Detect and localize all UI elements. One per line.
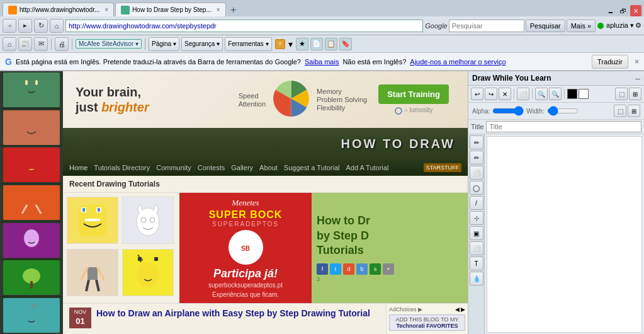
toolbar-mail[interactable]: ✉ [34, 37, 48, 51]
thumb-character2[interactable] [0, 222, 63, 260]
nav-gallery[interactable]: Gallery [231, 164, 253, 171]
reload-button[interactable]: ↻ [34, 19, 48, 33]
nav-community[interactable]: Community [156, 164, 191, 171]
back-button[interactable]: ◂ [3, 19, 16, 33]
toolbar-feeds[interactable]: 📰 [18, 37, 32, 51]
thumb-adventure-time[interactable] [0, 71, 63, 109]
tool-fill[interactable]: ▣ [470, 226, 483, 240]
rp-extra-btn-2[interactable]: ⊞ [629, 88, 641, 100]
pagina-menu[interactable]: Página ▾ [149, 37, 179, 51]
restore-button[interactable]: 🗗 [618, 5, 629, 16]
rp-redo-button[interactable]: ↪ [485, 88, 497, 100]
help-improve-link[interactable]: Ajude-nos a melhorar o serviço [410, 58, 506, 66]
tutorial-thumb-creature[interactable] [122, 197, 174, 244]
toolbar-icon-4[interactable]: 🔖 [339, 38, 352, 50]
share-icon[interactable]: s [370, 263, 381, 275]
thumb-plant[interactable] [0, 260, 63, 297]
alpha-slider[interactable] [492, 108, 524, 113]
account-menu[interactable]: apluzia ▾ ⚙ [597, 21, 641, 30]
tool-pencil-1[interactable]: ✏ [470, 135, 483, 149]
tool-circle[interactable]: ◯ [470, 181, 483, 195]
svg-point-9 [26, 163, 30, 167]
right-panel-close-button[interactable]: – [635, 73, 640, 83]
toolbar-print[interactable]: 🖨 [55, 37, 69, 51]
tool-text[interactable]: T [470, 256, 483, 270]
tab-2-close[interactable]: × [217, 6, 220, 13]
minimize-button[interactable]: 🗕 [605, 5, 616, 16]
tab-2[interactable]: How to Draw Step by Step... × [115, 3, 225, 16]
tool-rect[interactable]: ⬜ [470, 166, 483, 180]
bookmark-icon[interactable]: b [356, 263, 368, 275]
digg-icon[interactable]: d [343, 263, 354, 275]
color-black-swatch[interactable] [567, 89, 577, 99]
nav-add[interactable]: Add A Tutorial [346, 164, 389, 171]
super-bock-ad[interactable]: Menetes SUPER BOCK SUPERADEPTOS SB Parti… [179, 193, 312, 303]
ad-nav-left[interactable]: ◀ [455, 306, 460, 313]
traduzir-button[interactable]: Traduzir [592, 55, 628, 69]
nav-home[interactable]: Home [69, 164, 88, 171]
search-input[interactable] [449, 20, 524, 32]
tool-pencil-2[interactable]: ✏ [470, 151, 483, 164]
starstuff-button[interactable]: STARSTUFF [424, 163, 461, 172]
help-icon[interactable]: ? [275, 39, 285, 49]
ferramentas-menu[interactable]: Ferramentas ▾ [225, 37, 271, 51]
twitter-icon[interactable]: t [330, 263, 341, 275]
start-training-button[interactable]: Start Training [378, 84, 449, 104]
nav-tutorials[interactable]: Tutorials Directory [94, 164, 150, 171]
nav-suggest[interactable]: Suggest a Tutorial [284, 164, 340, 171]
toolbar-icon-2[interactable]: 📄 [310, 38, 323, 50]
tutorial-thumb-pikachu[interactable] [122, 249, 174, 296]
thumb-cut-rope[interactable] [0, 297, 63, 334]
home-button[interactable]: ⌂ [50, 19, 64, 33]
address-input[interactable] [65, 20, 423, 32]
mcafee-advisor[interactable]: McAfee SiteAdvisor ▾ [76, 39, 142, 49]
rp-undo-button[interactable]: ↩ [471, 88, 483, 100]
svg-point-27 [33, 314, 37, 318]
toolbar-icon-3[interactable]: 📋 [325, 38, 337, 50]
star-icon[interactable]: ★ [296, 38, 308, 50]
tab-1-close[interactable]: × [105, 6, 108, 13]
color-white-swatch[interactable] [579, 89, 589, 99]
facebook-icon[interactable]: f [317, 263, 328, 275]
rp-zoomin-button[interactable]: 🔍 [535, 88, 548, 100]
close-bar-button[interactable]: × [635, 57, 639, 66]
address-bar: ◂ ▸ ↻ ⌂ Google Pesquisar Mais » apluzia … [0, 16, 644, 35]
tool-line[interactable]: / [470, 196, 483, 210]
mais-button[interactable]: Mais » [567, 20, 596, 32]
account-settings-icon[interactable]: ⚙ [635, 21, 641, 30]
nav-contests[interactable]: Contests [198, 164, 225, 171]
forward-button[interactable]: ▸ [18, 19, 32, 33]
width-slider[interactable] [547, 108, 579, 113]
tab-1[interactable]: http://www.drawinghowtodr... × [3, 3, 114, 16]
rp-rect-button[interactable]: ⬜ [517, 88, 529, 100]
svg-line-46 [81, 267, 88, 280]
toolbar-extra-btn[interactable]: ▾ [288, 39, 293, 49]
thumb-face[interactable] [0, 109, 63, 147]
tool-eyedrop[interactable]: 💧 [470, 272, 483, 285]
rp-view-btn-2[interactable]: ⊞ [628, 105, 640, 117]
search-button[interactable]: Pesquisar [526, 20, 565, 32]
thumb-angry-bird[interactable] [0, 146, 63, 184]
rp-extra-btn-1[interactable]: ⬚ [615, 88, 628, 100]
toolbar-home[interactable]: ⌂ [3, 37, 16, 51]
tool-select[interactable]: ⊹ [470, 211, 483, 225]
new-tab-button[interactable]: + [227, 4, 240, 16]
rp-view-btn-1[interactable]: ⬚ [614, 105, 626, 117]
article-title[interactable]: How to Draw an Airplane with Easy Step b… [96, 308, 370, 319]
drawing-canvas[interactable] [487, 136, 642, 333]
close-button[interactable]: ✕ [630, 5, 641, 16]
seguranca-menu[interactable]: Segurança ▾ [181, 37, 223, 51]
thumb-character[interactable] [0, 184, 63, 222]
tutorial-thumb-person[interactable] [67, 249, 118, 296]
tool-eraser[interactable]: ⬜ [470, 241, 483, 255]
more-icon[interactable]: + [383, 263, 394, 275]
nav-about[interactable]: About [259, 164, 278, 171]
tutorial-thumb-spongebob[interactable] [67, 197, 118, 244]
svg-rect-2 [35, 80, 38, 85]
rp-zoomout-button[interactable]: 🔍 [549, 88, 562, 100]
ad-nav-right[interactable]: ▶ [461, 306, 465, 313]
lumosity-ad: Your brain, just brighter Speed Attentio… [63, 71, 468, 128]
saiba-mais-link[interactable]: Saiba mais [305, 58, 339, 66]
rp-clear-button[interactable]: ✕ [499, 88, 511, 100]
title-input[interactable] [486, 121, 641, 132]
